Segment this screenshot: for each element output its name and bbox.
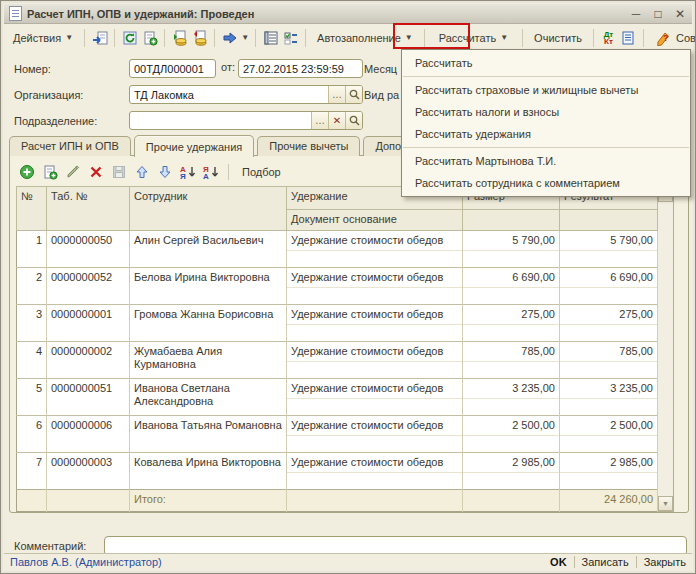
cell-employee[interactable]: Жумабаева Алия Курмановна (130, 342, 287, 379)
tab-other-withholdings[interactable]: Прочие вычеты (257, 136, 360, 156)
cell-result[interactable]: 2 985,00 (560, 453, 658, 473)
menu-item-deductions[interactable]: Рассчитать удержания (402, 123, 690, 145)
copy-doc-icon[interactable] (141, 30, 158, 47)
cell-tab-number[interactable]: 0000000002 (47, 342, 130, 379)
cell-row-number[interactable]: 6 (17, 416, 47, 453)
calculate-button[interactable]: Рассчитать▼ (431, 30, 516, 46)
cell-result[interactable]: 3 235,00 (560, 379, 658, 399)
pick-button[interactable]: Подбор (237, 164, 286, 180)
refresh-icon[interactable] (121, 30, 138, 47)
menu-item-employee-comment[interactable]: Рассчитать сотрудника с комментарием (402, 172, 690, 194)
department-input[interactable] (130, 112, 311, 129)
cell-docbase[interactable] (287, 325, 463, 342)
settings-list-icon[interactable] (282, 30, 299, 47)
chevron-down-icon[interactable]: ▼ (241, 34, 249, 42)
save-doc-icon[interactable] (91, 30, 108, 47)
report-doc-icon[interactable] (620, 30, 637, 47)
cell-docbase[interactable] (287, 399, 463, 416)
cell-tab-number[interactable]: 0000000001 (47, 305, 130, 342)
ok-button[interactable]: OK (550, 556, 567, 568)
table-row[interactable]: 1 0000000050 Алин Сергей Васильевич Удер… (17, 231, 658, 251)
tab-other-deductions[interactable]: Прочие удержания (134, 135, 254, 157)
cell-deduction[interactable]: Удержание стоимости обедов (287, 416, 463, 436)
cell-deduction[interactable]: Удержание стоимости обедов (287, 268, 463, 288)
magnifier-icon[interactable] (345, 112, 362, 129)
cell-size[interactable]: 2 500,00 (463, 416, 560, 436)
table-row[interactable]: 3 0000000001 Громова Жанна Борисовна Уде… (17, 305, 658, 325)
cell-docbase[interactable] (287, 436, 463, 453)
write-button[interactable]: Записать (582, 556, 629, 568)
sort-asc-icon[interactable]: АЯ (179, 163, 197, 181)
cell-size[interactable]: 275,00 (463, 305, 560, 325)
cell-deduction[interactable]: Удержание стоимости обедов (287, 453, 463, 473)
minimize-button[interactable]: ─ (629, 7, 643, 21)
clear-button[interactable]: Очистить (529, 30, 587, 46)
table-row[interactable]: 6 0000000006 Иванова Татьяна Романовна У… (17, 416, 658, 436)
cell-row-number[interactable]: 4 (17, 342, 47, 379)
cell-deduction[interactable]: Удержание стоимости обедов (287, 305, 463, 325)
cell-result[interactable]: 5 790,00 (560, 231, 658, 251)
cell-row-number[interactable]: 5 (17, 379, 47, 416)
structure-icon[interactable] (262, 30, 279, 47)
table-row[interactable]: 7 0000000003 Ковалева Ирина Викторовна У… (17, 453, 658, 473)
cell-result[interactable]: 2 500,00 (560, 416, 658, 436)
close-button[interactable]: ✕ (673, 7, 687, 21)
cell-tab-number[interactable]: 0000000006 (47, 416, 130, 453)
cell-employee[interactable]: Алин Сергей Васильевич (130, 231, 287, 268)
vertical-scrollbar[interactable]: ▲ ▼ (658, 186, 674, 512)
scroll-down-icon[interactable]: ▼ (658, 496, 673, 511)
cell-tab-number[interactable]: 0000000052 (47, 268, 130, 305)
table-row[interactable]: 5 0000000051 Иванова Светлана Александро… (17, 379, 658, 399)
cell-employee[interactable]: Иванова Светлана Александровна (130, 379, 287, 416)
cell-size[interactable]: 6 690,00 (463, 268, 560, 288)
cell-employee[interactable]: Иванова Татьяна Романовна (130, 416, 287, 453)
edit-icon[interactable] (64, 163, 82, 181)
close-form-button[interactable]: Закрыть (644, 556, 686, 568)
move-down-icon[interactable] (156, 163, 174, 181)
cell-row-number[interactable]: 2 (17, 268, 47, 305)
ellipsis-button[interactable]: … (328, 86, 345, 103)
cell-size[interactable]: 5 790,00 (463, 231, 560, 251)
table-row[interactable]: 4 0000000002 Жумабаева Алия Курмановна У… (17, 342, 658, 362)
clear-x-icon[interactable]: ✕ (328, 112, 345, 129)
menu-item-martynova[interactable]: Рассчитать Мартынова Т.И. (402, 150, 690, 172)
post-doc-icon[interactable] (171, 30, 188, 47)
sort-desc-icon[interactable]: ЯА (202, 163, 220, 181)
copy-icon[interactable] (41, 163, 59, 181)
cell-row-number[interactable]: 1 (17, 231, 47, 268)
cell-size[interactable]: 2 985,00 (463, 453, 560, 473)
add-icon[interactable] (18, 163, 36, 181)
magnifier-icon[interactable] (345, 86, 362, 103)
cell-employee[interactable]: Белова Ирина Викторовна (130, 268, 287, 305)
cell-tab-number[interactable]: 0000000050 (47, 231, 130, 268)
maximize-button[interactable]: □ (651, 7, 665, 21)
ellipsis-button[interactable]: … (311, 112, 328, 129)
cell-docbase[interactable] (287, 473, 463, 490)
goto-icon[interactable] (221, 30, 238, 47)
cell-deduction[interactable]: Удержание стоимости обедов (287, 342, 463, 362)
cell-docbase[interactable] (287, 362, 463, 379)
organization-input[interactable] (130, 86, 328, 103)
cell-tab-number[interactable]: 0000000003 (47, 453, 130, 490)
move-up-icon[interactable] (133, 163, 151, 181)
cell-row-number[interactable]: 3 (17, 305, 47, 342)
dtkt-icon[interactable]: ДтКт (600, 30, 617, 47)
cell-size[interactable]: 3 235,00 (463, 379, 560, 399)
cell-row-number[interactable]: 7 (17, 453, 47, 490)
date-input[interactable] (239, 60, 363, 77)
menu-item-calculate[interactable]: Рассчитать (402, 52, 690, 74)
cell-employee[interactable]: Громова Жанна Борисовна (130, 305, 287, 342)
cell-size[interactable]: 785,00 (463, 342, 560, 362)
number-input[interactable] (129, 59, 216, 78)
cell-result[interactable]: 275,00 (560, 305, 658, 325)
end-edit-icon[interactable] (110, 163, 128, 181)
cell-deduction[interactable]: Удержание стоимости обедов (287, 231, 463, 251)
menu-item-taxes-contributions[interactable]: Рассчитать налоги и взносы (402, 101, 690, 123)
actions-button[interactable]: Действия▼ (8, 30, 78, 46)
tips-button[interactable]: ? Советы (650, 28, 696, 49)
unpost-doc-icon[interactable] (191, 30, 208, 47)
cell-result[interactable]: 785,00 (560, 342, 658, 362)
menu-item-insurance-housing[interactable]: Рассчитать страховые и жилищные вычеты (402, 79, 690, 101)
cell-employee[interactable]: Ковалева Ирина Викторовна (130, 453, 287, 490)
table-row[interactable]: 2 0000000052 Белова Ирина Викторовна Уде… (17, 268, 658, 288)
